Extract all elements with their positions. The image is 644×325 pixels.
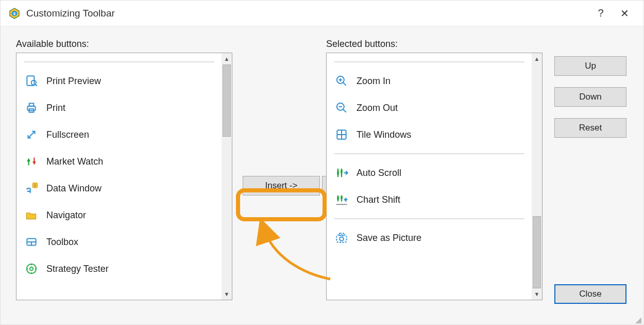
item-strategy-tester[interactable]: Strategy Tester xyxy=(16,255,222,282)
item-label: Zoom In xyxy=(357,76,391,87)
item-label: Save as Picture xyxy=(357,233,421,243)
zoom-in-icon xyxy=(334,73,349,89)
fullscreen-icon xyxy=(24,127,39,142)
svg-text:i: i xyxy=(35,183,36,188)
item-chart-shift[interactable]: Chart Shift xyxy=(327,186,532,213)
available-scrollbar[interactable]: ▲ ▼ xyxy=(222,53,232,300)
close-button[interactable]: Close xyxy=(554,284,626,304)
item-label: Data Window xyxy=(46,183,101,194)
item-label: Chart Shift xyxy=(357,194,400,205)
selected-scrollbar[interactable]: ▲ ▼ xyxy=(532,53,542,300)
chart-shift-icon xyxy=(334,192,349,207)
titlebar: $ Customizing Toolbar ? ✕ xyxy=(1,1,643,26)
available-label: Available buttons: xyxy=(16,39,232,50)
resize-grip[interactable] xyxy=(634,316,641,323)
item-tile-windows[interactable]: Tile Windows xyxy=(327,121,532,148)
item-navigator[interactable]: Navigator xyxy=(16,202,222,229)
reset-button[interactable]: Reset xyxy=(554,118,626,138)
item-fullscreen[interactable]: Fullscreen xyxy=(16,121,222,148)
item-label: Tile Windows xyxy=(357,129,411,140)
tile-windows-icon xyxy=(334,127,349,142)
item-label: Market Watch xyxy=(46,156,103,167)
insert-button[interactable]: Insert -> xyxy=(243,176,320,196)
print-preview-icon xyxy=(24,73,39,89)
svg-rect-33 xyxy=(337,197,339,200)
customize-toolbar-dialog: $ Customizing Toolbar ? ✕ Available butt… xyxy=(0,0,644,325)
toolbox-icon xyxy=(24,234,39,250)
item-data-window[interactable]: i Data Window xyxy=(16,175,222,202)
svg-point-39 xyxy=(340,237,344,241)
item-label: Toolbox xyxy=(46,237,78,248)
item-label: Print xyxy=(46,103,65,113)
item-label: Zoom Out xyxy=(357,103,398,113)
scroll-down-icon[interactable]: ▼ xyxy=(222,288,232,300)
svg-rect-35 xyxy=(341,196,343,199)
svg-rect-31 xyxy=(341,170,343,173)
zoom-out-icon xyxy=(334,100,349,116)
svg-point-3 xyxy=(31,80,36,85)
svg-point-17 xyxy=(30,267,33,271)
svg-line-8 xyxy=(28,132,35,138)
help-button[interactable]: ? xyxy=(589,2,613,25)
selected-label: Selected buttons: xyxy=(326,39,543,50)
window-close-button[interactable]: ✕ xyxy=(613,2,636,25)
item-label: Print Preview xyxy=(46,76,101,87)
scroll-thumb[interactable] xyxy=(533,216,541,288)
svg-line-19 xyxy=(343,83,346,85)
svg-text:$: $ xyxy=(13,11,16,16)
print-icon xyxy=(24,100,39,116)
scroll-up-icon[interactable]: ▲ xyxy=(532,53,542,64)
navigator-icon xyxy=(24,207,39,223)
scroll-thumb[interactable] xyxy=(223,64,231,137)
auto-scroll-icon xyxy=(334,165,349,181)
scroll-up-icon[interactable]: ▲ xyxy=(222,53,232,64)
selected-listbox[interactable]: Zoom In Zoom Out Tile Windows xyxy=(326,53,543,300)
scroll-down-icon[interactable]: ▼ xyxy=(532,288,542,300)
available-listbox[interactable]: Print Preview Print Fullscreen xyxy=(16,53,232,300)
app-icon: $ xyxy=(8,7,21,20)
item-print-preview[interactable]: Print Preview xyxy=(16,68,222,94)
item-save-as-picture[interactable]: Save as Picture xyxy=(327,224,532,251)
svg-rect-29 xyxy=(337,171,339,175)
item-auto-scroll[interactable]: Auto Scroll xyxy=(327,159,532,186)
down-button[interactable]: Down xyxy=(554,87,626,107)
up-button[interactable]: Up xyxy=(554,56,626,76)
item-zoom-out[interactable]: Zoom Out xyxy=(327,94,532,121)
svg-rect-6 xyxy=(29,103,34,106)
available-separator[interactable] xyxy=(16,56,222,68)
svg-point-16 xyxy=(27,264,36,273)
item-label: Fullscreen xyxy=(46,129,89,140)
item-print[interactable]: Print xyxy=(16,94,222,121)
save-as-picture-icon xyxy=(334,230,349,246)
dialog-title: Customizing Toolbar xyxy=(26,8,115,19)
item-toolbox[interactable]: Toolbox xyxy=(16,229,222,255)
item-label: Strategy Tester xyxy=(46,264,109,274)
svg-line-23 xyxy=(343,109,346,112)
strategy-tester-icon xyxy=(24,261,39,277)
svg-line-4 xyxy=(36,85,37,86)
item-market-watch[interactable]: Market Watch xyxy=(16,148,222,175)
market-watch-icon xyxy=(24,154,39,169)
item-label: Auto Scroll xyxy=(357,168,401,178)
selected-separator-top[interactable] xyxy=(327,56,532,68)
item-zoom-in[interactable]: Zoom In xyxy=(327,68,532,94)
selected-separator-mid[interactable] xyxy=(327,148,532,159)
selected-separator-bottom[interactable] xyxy=(327,213,532,224)
item-label: Navigator xyxy=(46,210,86,221)
data-window-icon: i xyxy=(24,181,39,196)
